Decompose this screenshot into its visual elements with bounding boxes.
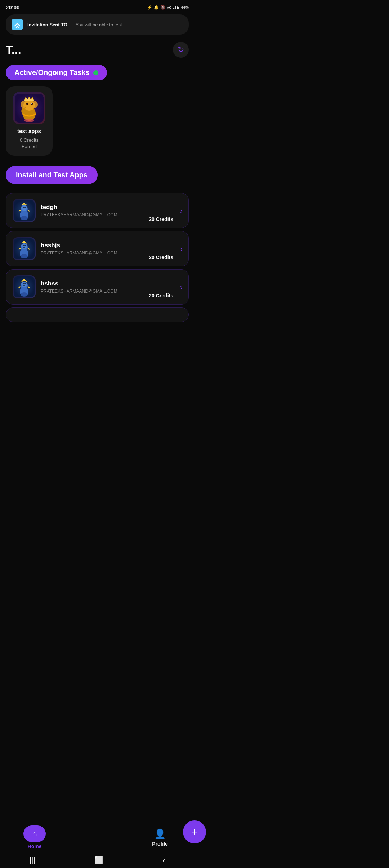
mute-icon: 🔇 xyxy=(160,5,165,10)
notification-banner[interactable]: Invitation Sent TO... You will be able t… xyxy=(6,14,189,35)
svg-point-14 xyxy=(21,216,28,220)
svg-point-25 xyxy=(23,245,24,246)
notification-body: You will be able to test... xyxy=(76,22,126,27)
svg-point-26 xyxy=(24,245,26,246)
svg-point-17 xyxy=(23,203,25,205)
app-list-item[interactable]: tedgh PRATEEKSHARMAAND@GMAIL.COM 20 Cred… xyxy=(6,193,189,228)
install-test-apps-button[interactable]: Install and Test Apps xyxy=(6,166,98,184)
signal-icon: Vo LTE xyxy=(167,5,179,9)
krishna-icon-2 xyxy=(14,238,35,259)
svg-point-15 xyxy=(23,207,24,208)
alarm-icon: 🔔 xyxy=(154,5,159,10)
svg-point-36 xyxy=(24,283,26,284)
app-icon-2 xyxy=(13,237,36,260)
flutter-icon xyxy=(12,19,23,30)
app-list-item[interactable]: hsshjs PRATEEKSHARMAAND@GMAIL.COM 20 Cre… xyxy=(6,231,189,266)
svg-point-35 xyxy=(23,283,24,284)
app-list: tedgh PRATEEKSHARMAAND@GMAIL.COM 20 Cred… xyxy=(0,193,194,322)
svg-point-6 xyxy=(31,103,33,105)
app-name-3: hshss xyxy=(41,280,182,287)
page-title: T... xyxy=(6,43,21,57)
task-card-image xyxy=(13,92,45,124)
chevron-right-icon-2: › xyxy=(180,245,183,253)
partial-app-list-item xyxy=(6,307,189,322)
active-tasks-pill[interactable]: Active/Ongoing Tasks xyxy=(6,65,107,80)
battery-icon: ⚡ xyxy=(147,5,152,10)
battery-percent: 44% xyxy=(181,5,189,9)
app-credits-3: 20 Credits xyxy=(149,293,173,298)
app-credits-2: 20 Credits xyxy=(149,254,173,260)
krishna-icon-1 xyxy=(14,200,35,221)
svg-point-33 xyxy=(21,282,27,287)
app-info-1: tedgh PRATEEKSHARMAAND@GMAIL.COM xyxy=(41,204,182,217)
task-card[interactable]: test apps 0 Credits Earned xyxy=(6,86,53,156)
svg-point-23 xyxy=(21,243,27,249)
svg-point-24 xyxy=(21,254,28,258)
app-info-3: hshss PRATEEKSHARMAAND@GMAIL.COM xyxy=(41,280,182,294)
ganesha-icon xyxy=(15,94,44,123)
svg-point-7 xyxy=(27,103,27,104)
svg-point-34 xyxy=(21,292,28,297)
chevron-right-icon-1: › xyxy=(180,207,183,215)
status-bar: 20:00 ⚡ 🔔 🔇 Vo LTE 44% xyxy=(0,0,194,13)
active-indicator-dot xyxy=(93,70,98,75)
krishna-icon-3 xyxy=(14,276,35,297)
app-name-2: hsshjs xyxy=(41,242,182,249)
refresh-icon: ↻ xyxy=(178,45,184,54)
app-credits-1: 20 Credits xyxy=(149,216,173,222)
svg-point-4 xyxy=(32,101,38,108)
svg-point-13 xyxy=(21,205,27,211)
svg-point-5 xyxy=(26,103,28,105)
svg-point-37 xyxy=(23,279,25,281)
svg-point-27 xyxy=(23,241,25,243)
app-icon-3 xyxy=(13,275,36,298)
svg-point-16 xyxy=(24,207,26,208)
app-icon-1 xyxy=(13,199,36,222)
status-icons: ⚡ 🔔 🔇 Vo LTE 44% xyxy=(147,5,189,10)
notification-title: Invitation Sent TO... xyxy=(27,22,71,27)
task-credits: 0 Credits Earned xyxy=(20,137,39,150)
svg-point-3 xyxy=(21,101,26,108)
chevron-right-icon-3: › xyxy=(180,283,183,291)
app-name-1: tedgh xyxy=(41,204,182,211)
task-name: test apps xyxy=(17,128,41,134)
refresh-button[interactable]: ↻ xyxy=(173,42,189,58)
active-tasks-label: Active/Ongoing Tasks xyxy=(14,68,90,77)
svg-point-8 xyxy=(31,103,32,104)
header-area: T... ↻ xyxy=(0,39,194,59)
status-time: 20:00 xyxy=(6,4,19,10)
svg-point-9 xyxy=(24,119,34,122)
app-list-item[interactable]: hshss PRATEEKSHARMAAND@GMAIL.COM 20 Cred… xyxy=(6,269,189,305)
app-info-2: hsshjs PRATEEKSHARMAAND@GMAIL.COM xyxy=(41,242,182,256)
